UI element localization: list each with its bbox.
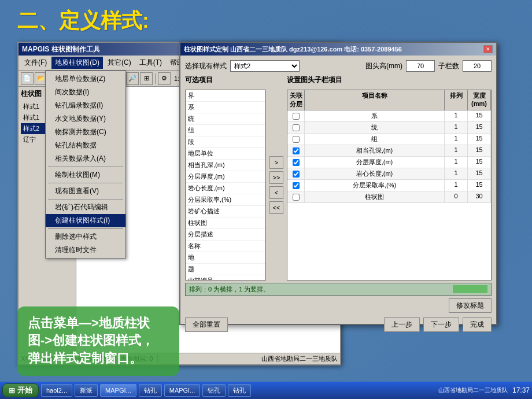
dd-related-data[interactable]: 相关数据录入(A) [46, 152, 125, 165]
dd-interval-data[interactable]: 间次数据(I) [46, 86, 125, 99]
arrow-right-single[interactable]: > [269, 156, 283, 169]
taskbar-item-3-label: MAPGI... [105, 387, 131, 394]
menu-file[interactable]: 文件(F) [21, 57, 50, 69]
col-count-label: 子栏数 [438, 61, 459, 71]
optional-item-zu[interactable]: 组 [186, 125, 265, 136]
row7-name: 分层采取率,(%) [305, 180, 445, 191]
th-width: 宽度(mm) [468, 90, 491, 110]
toolbar-fit[interactable]: ⊞ [140, 72, 153, 85]
row8-check[interactable] [287, 191, 305, 202]
optional-item-jie[interactable]: 界 [186, 90, 265, 102]
checkbox-row6[interactable] [293, 171, 300, 178]
checkbox-row2[interactable] [293, 124, 300, 131]
optional-item-inner-num[interactable]: 内部编号 [186, 275, 265, 280]
dd-layer-data[interactable]: 地层单位数据(Z) [46, 72, 125, 86]
row3-width: 15 [468, 134, 491, 145]
taskbar-item-7[interactable]: 钻孔 [228, 384, 251, 397]
page-title: 二、定义样式: [17, 7, 149, 35]
optional-item-thickness[interactable]: 分层厚度,(m) [186, 171, 265, 183]
row4-check[interactable] [287, 145, 305, 156]
toolbar-new[interactable]: 📄 [21, 72, 34, 85]
dialog-close-button[interactable]: ✕ [483, 45, 493, 53]
optional-item-desc[interactable]: 岩矿心描述 [186, 206, 265, 217]
optional-item-name[interactable]: 名称 [186, 241, 265, 252]
dd-drill-struct[interactable]: 钻孔结构数据 [46, 139, 125, 152]
optional-item-core-len[interactable]: 岩心长度,(m) [186, 183, 265, 194]
optional-item-tong[interactable]: 统 [186, 113, 265, 125]
finish-button[interactable]: 完成 [463, 317, 492, 332]
taskbar-item-3[interactable]: MAPGI... [100, 384, 136, 397]
optional-items-list[interactable]: 界 系 统 组 段 地层单位 相当孔深,(m) 分层厚度,(m) 岩心长度,(m… [185, 90, 266, 280]
row7-check[interactable] [287, 180, 305, 191]
dialog-footer: 全部重置 上一步 下一步 完成 [185, 315, 492, 334]
th-order: 排列 [445, 90, 468, 110]
row6-width: 15 [468, 168, 491, 179]
table-row: 组 1 15 [287, 134, 491, 145]
status-company: 山西省地勘局二一三地质队 [261, 354, 338, 363]
toolbar-settings[interactable]: ⚙ [158, 72, 171, 85]
taskbar-item-1-label: haol2... [46, 387, 67, 394]
windows-icon: ⊞ [9, 386, 15, 395]
style-select[interactable]: 样式2 [230, 60, 300, 72]
menu-other[interactable]: 其它(C) [104, 57, 135, 69]
taskbar-item-1[interactable]: haol2... [41, 384, 72, 397]
dd-view-existing[interactable]: 现有图查看(V) [46, 184, 125, 198]
checkbox-row7[interactable] [293, 182, 300, 189]
optional-item-layer-unit[interactable]: 地层单位 [186, 148, 265, 160]
dd-rock-code[interactable]: 岩(矿)石代码编辑 [46, 201, 125, 214]
dd-draw-column[interactable]: 绘制柱状图(M) [46, 168, 125, 182]
optional-item-ti[interactable]: 题 [186, 264, 265, 275]
dd-clean-temp[interactable]: 清理临时文件 [46, 243, 125, 257]
dd-drill-data[interactable]: 钻孔编录数据(I) [46, 99, 125, 112]
optional-item-recovery[interactable]: 分层采取率,(%) [186, 194, 265, 206]
row6-check[interactable] [287, 168, 305, 179]
checkbox-row4[interactable] [293, 147, 300, 154]
checkbox-row5[interactable] [293, 159, 300, 166]
arrow-left-single[interactable]: < [269, 186, 283, 199]
dialog-status-bar: 排列：0 为横排，1 为竖排。 [185, 283, 492, 296]
dd-geo-data[interactable]: 物探测井数据(C) [46, 125, 125, 139]
menu-geology[interactable]: 地质柱状图(D) [51, 57, 103, 69]
start-button[interactable]: ⊞ 开始 [2, 383, 39, 397]
table-row: 相当孔深,(m) 1 15 [287, 145, 491, 157]
row3-check[interactable] [287, 134, 305, 145]
dd-hydro-data[interactable]: 水文地质数据(Y) [46, 112, 125, 125]
taskbar-item-2[interactable]: 新派 [75, 384, 98, 397]
toolbar-zoom-out[interactable]: 🔎 [126, 72, 139, 85]
optional-item-di[interactable]: 地 [186, 252, 265, 264]
row8-width: 30 [468, 191, 491, 202]
taskbar-item-6[interactable]: 钻孔 [202, 384, 226, 397]
arrow-right-double[interactable]: >> [269, 171, 283, 184]
next-step-button[interactable]: 下一步 [423, 317, 459, 332]
optional-item-duan[interactable]: 段 [186, 136, 265, 148]
dialog-top-row: 选择现有样式 样式2 图头高(mm) 子栏数 [185, 60, 492, 72]
row1-width: 15 [468, 110, 491, 121]
arrow-left-double[interactable]: << [269, 201, 283, 214]
optional-item-xi[interactable]: 系 [186, 102, 265, 113]
main-window-title: MAPGIS 柱状图制作工具 [22, 45, 100, 54]
optional-item-depth[interactable]: 相当孔深,(m) [186, 160, 265, 171]
checkbox-row3[interactable] [293, 136, 300, 143]
head-height-input[interactable] [406, 60, 435, 72]
col-count-input[interactable] [463, 60, 492, 72]
dd-sep2 [48, 183, 123, 183]
reset-all-button[interactable]: 全部重置 [185, 317, 228, 332]
dialog-titlebar: 柱状图样式定制 山西省二一三地质队 dgz213@126.com 电话: 035… [180, 43, 496, 56]
taskbar-item-4[interactable]: 钻孔 [139, 384, 162, 397]
prev-step-button[interactable]: 上一步 [384, 317, 420, 332]
row2-check[interactable] [287, 122, 305, 133]
taskbar-item-5[interactable]: MAPGI... [164, 384, 201, 397]
optional-item-column[interactable]: 柱状图 [186, 217, 265, 229]
menu-tools[interactable]: 工具(T) [136, 57, 165, 69]
optional-item-layer-desc[interactable]: 分层描述 [186, 229, 265, 241]
dd-sep4 [48, 228, 123, 229]
dd-delete-style[interactable]: 删除选中样式 [46, 230, 125, 243]
row1-check[interactable] [287, 110, 305, 121]
dd-create-style[interactable]: 创建柱状图样式(I) [46, 214, 125, 227]
dialog-status-text: 排列：0 为横排，1 为竖排。 [189, 286, 269, 293]
row5-check[interactable] [287, 157, 305, 168]
checkbox-row1[interactable] [293, 113, 300, 120]
checkbox-row8[interactable] [293, 194, 300, 201]
row7-order: 1 [445, 180, 468, 191]
modify-title-button[interactable]: 修改标题 [449, 298, 492, 313]
